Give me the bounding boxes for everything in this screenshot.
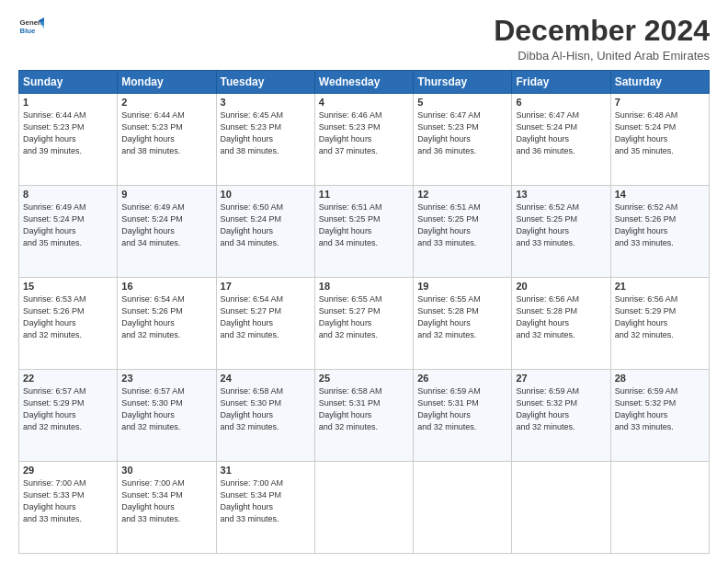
- calendar-cell: 7Sunrise: 6:48 AMSunset: 5:24 PMDaylight…: [610, 94, 709, 186]
- calendar-week-1: 1Sunrise: 6:44 AMSunset: 5:23 PMDaylight…: [19, 94, 710, 186]
- calendar-cell: 26Sunrise: 6:59 AMSunset: 5:31 PMDayligh…: [414, 370, 512, 462]
- day-info: Sunrise: 6:49 AMSunset: 5:24 PMDaylight …: [23, 201, 113, 249]
- day-number: 10: [221, 189, 311, 200]
- calendar-cell: 25Sunrise: 6:58 AMSunset: 5:31 PMDayligh…: [314, 370, 413, 462]
- logo-icon: General Blue: [18, 15, 44, 40]
- col-thursday: Thursday: [414, 71, 512, 94]
- page: General Blue December 2024 Dibba Al-Hisn…: [0, 0, 728, 563]
- day-info: Sunrise: 6:59 AMSunset: 5:32 PMDaylight …: [516, 385, 606, 433]
- day-info: Sunrise: 6:52 AMSunset: 5:25 PMDaylight …: [516, 201, 606, 249]
- day-number: 29: [23, 465, 113, 476]
- calendar-cell: 2Sunrise: 6:44 AMSunset: 5:23 PMDaylight…: [118, 94, 216, 186]
- day-number: 21: [615, 281, 705, 292]
- day-number: 5: [417, 97, 507, 108]
- day-info: Sunrise: 6:53 AMSunset: 5:26 PMDaylight …: [23, 293, 113, 341]
- calendar-week-4: 22Sunrise: 6:57 AMSunset: 5:29 PMDayligh…: [19, 370, 710, 462]
- calendar-week-3: 15Sunrise: 6:53 AMSunset: 5:26 PMDayligh…: [19, 278, 710, 370]
- calendar-cell: 29Sunrise: 7:00 AMSunset: 5:33 PMDayligh…: [19, 462, 118, 554]
- col-tuesday: Tuesday: [216, 71, 314, 94]
- day-number: 30: [121, 465, 211, 476]
- calendar-cell: 20Sunrise: 6:56 AMSunset: 5:28 PMDayligh…: [512, 278, 610, 370]
- logo: General Blue: [18, 15, 44, 40]
- day-info: Sunrise: 6:59 AMSunset: 5:32 PMDaylight …: [615, 385, 705, 433]
- calendar-cell: 8Sunrise: 6:49 AMSunset: 5:24 PMDaylight…: [19, 186, 118, 278]
- svg-text:Blue: Blue: [20, 27, 37, 35]
- calendar-cell: 17Sunrise: 6:54 AMSunset: 5:27 PMDayligh…: [216, 278, 314, 370]
- day-number: 24: [221, 373, 311, 384]
- calendar-cell: 14Sunrise: 6:52 AMSunset: 5:26 PMDayligh…: [610, 186, 709, 278]
- day-number: 3: [221, 97, 311, 108]
- day-info: Sunrise: 6:50 AMSunset: 5:24 PMDaylight …: [221, 201, 311, 249]
- calendar-cell: [414, 462, 512, 554]
- calendar: Sunday Monday Tuesday Wednesday Thursday…: [18, 70, 710, 554]
- col-wednesday: Wednesday: [314, 71, 413, 94]
- calendar-cell: 30Sunrise: 7:00 AMSunset: 5:34 PMDayligh…: [118, 462, 216, 554]
- day-info: Sunrise: 6:59 AMSunset: 5:31 PMDaylight …: [417, 385, 507, 433]
- calendar-week-2: 8Sunrise: 6:49 AMSunset: 5:24 PMDaylight…: [19, 186, 710, 278]
- day-number: 26: [417, 373, 507, 384]
- title-block: December 2024 Dibba Al-Hisn, United Arab…: [494, 15, 710, 63]
- day-info: Sunrise: 6:51 AMSunset: 5:25 PMDaylight …: [417, 201, 507, 249]
- day-info: Sunrise: 7:00 AMSunset: 5:33 PMDaylight …: [23, 477, 113, 525]
- location: Dibba Al-Hisn, United Arab Emirates: [494, 49, 710, 63]
- day-number: 27: [516, 373, 606, 384]
- day-info: Sunrise: 6:46 AMSunset: 5:23 PMDaylight …: [319, 109, 409, 157]
- calendar-cell: 15Sunrise: 6:53 AMSunset: 5:26 PMDayligh…: [19, 278, 118, 370]
- col-friday: Friday: [512, 71, 610, 94]
- day-number: 13: [516, 189, 606, 200]
- header: General Blue December 2024 Dibba Al-Hisn…: [18, 15, 710, 63]
- day-info: Sunrise: 6:57 AMSunset: 5:30 PMDaylight …: [121, 385, 211, 433]
- calendar-header-row: Sunday Monday Tuesday Wednesday Thursday…: [19, 71, 710, 94]
- day-number: 11: [319, 189, 409, 200]
- day-number: 1: [23, 97, 113, 108]
- calendar-cell: 3Sunrise: 6:45 AMSunset: 5:23 PMDaylight…: [216, 94, 314, 186]
- calendar-cell: 16Sunrise: 6:54 AMSunset: 5:26 PMDayligh…: [118, 278, 216, 370]
- calendar-cell: 19Sunrise: 6:55 AMSunset: 5:28 PMDayligh…: [414, 278, 512, 370]
- calendar-cell: [610, 462, 709, 554]
- day-number: 15: [23, 281, 113, 292]
- day-info: Sunrise: 6:55 AMSunset: 5:28 PMDaylight …: [417, 293, 507, 341]
- day-number: 17: [221, 281, 311, 292]
- calendar-cell: 31Sunrise: 7:00 AMSunset: 5:34 PMDayligh…: [216, 462, 314, 554]
- day-info: Sunrise: 6:48 AMSunset: 5:24 PMDaylight …: [615, 109, 705, 157]
- calendar-cell: 21Sunrise: 6:56 AMSunset: 5:29 PMDayligh…: [610, 278, 709, 370]
- calendar-cell: 4Sunrise: 6:46 AMSunset: 5:23 PMDaylight…: [314, 94, 413, 186]
- day-info: Sunrise: 6:51 AMSunset: 5:25 PMDaylight …: [319, 201, 409, 249]
- day-info: Sunrise: 7:00 AMSunset: 5:34 PMDaylight …: [121, 477, 211, 525]
- calendar-cell: 9Sunrise: 6:49 AMSunset: 5:24 PMDaylight…: [118, 186, 216, 278]
- day-info: Sunrise: 7:00 AMSunset: 5:34 PMDaylight …: [221, 477, 311, 525]
- calendar-cell: 1Sunrise: 6:44 AMSunset: 5:23 PMDaylight…: [19, 94, 118, 186]
- day-info: Sunrise: 6:52 AMSunset: 5:26 PMDaylight …: [615, 201, 705, 249]
- col-sunday: Sunday: [19, 71, 118, 94]
- day-number: 18: [319, 281, 409, 292]
- day-info: Sunrise: 6:49 AMSunset: 5:24 PMDaylight …: [121, 201, 211, 249]
- day-number: 20: [516, 281, 606, 292]
- day-info: Sunrise: 6:54 AMSunset: 5:27 PMDaylight …: [221, 293, 311, 341]
- day-info: Sunrise: 6:58 AMSunset: 5:31 PMDaylight …: [319, 385, 409, 433]
- day-number: 31: [221, 465, 311, 476]
- day-number: 2: [121, 97, 211, 108]
- day-info: Sunrise: 6:58 AMSunset: 5:30 PMDaylight …: [221, 385, 311, 433]
- calendar-cell: 6Sunrise: 6:47 AMSunset: 5:24 PMDaylight…: [512, 94, 610, 186]
- calendar-cell: 18Sunrise: 6:55 AMSunset: 5:27 PMDayligh…: [314, 278, 413, 370]
- calendar-cell: [512, 462, 610, 554]
- day-info: Sunrise: 6:54 AMSunset: 5:26 PMDaylight …: [121, 293, 211, 341]
- day-info: Sunrise: 6:55 AMSunset: 5:27 PMDaylight …: [319, 293, 409, 341]
- day-number: 7: [615, 97, 705, 108]
- day-info: Sunrise: 6:57 AMSunset: 5:29 PMDaylight …: [23, 385, 113, 433]
- calendar-cell: 27Sunrise: 6:59 AMSunset: 5:32 PMDayligh…: [512, 370, 610, 462]
- day-info: Sunrise: 6:44 AMSunset: 5:23 PMDaylight …: [23, 109, 113, 157]
- calendar-cell: 24Sunrise: 6:58 AMSunset: 5:30 PMDayligh…: [216, 370, 314, 462]
- day-info: Sunrise: 6:44 AMSunset: 5:23 PMDaylight …: [121, 109, 211, 157]
- day-number: 16: [121, 281, 211, 292]
- day-number: 8: [23, 189, 113, 200]
- day-number: 25: [319, 373, 409, 384]
- calendar-cell: 5Sunrise: 6:47 AMSunset: 5:23 PMDaylight…: [414, 94, 512, 186]
- calendar-cell: 28Sunrise: 6:59 AMSunset: 5:32 PMDayligh…: [610, 370, 709, 462]
- month-title: December 2024: [494, 15, 710, 47]
- day-number: 19: [417, 281, 507, 292]
- calendar-cell: 11Sunrise: 6:51 AMSunset: 5:25 PMDayligh…: [314, 186, 413, 278]
- day-number: 9: [121, 189, 211, 200]
- day-info: Sunrise: 6:45 AMSunset: 5:23 PMDaylight …: [221, 109, 311, 157]
- day-number: 4: [319, 97, 409, 108]
